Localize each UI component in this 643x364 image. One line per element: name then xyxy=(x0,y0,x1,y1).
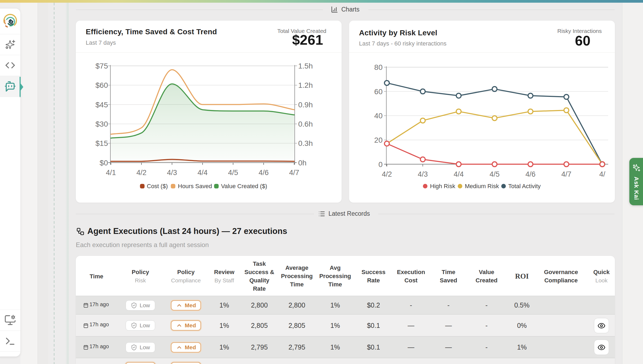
svg-text:1.2h: 1.2h xyxy=(298,81,313,89)
svg-text:80: 80 xyxy=(374,63,383,71)
svg-text:60: 60 xyxy=(374,88,383,96)
svg-text:0h: 0h xyxy=(298,159,306,167)
svg-text:20: 20 xyxy=(374,136,383,144)
svg-text:$75: $75 xyxy=(95,62,108,70)
svg-text:$30: $30 xyxy=(95,120,108,128)
svg-text:4/2: 4/2 xyxy=(382,170,392,178)
svg-text:4/6: 4/6 xyxy=(525,170,536,178)
svg-text:0.6h: 0.6h xyxy=(298,120,313,128)
svg-text:$60: $60 xyxy=(95,81,108,89)
svg-text:0.3h: 0.3h xyxy=(298,139,313,147)
svg-text:4/3: 4/3 xyxy=(167,169,177,177)
svg-text:4/: 4/ xyxy=(599,170,605,178)
svg-text:Medium Risk: Medium Risk xyxy=(465,183,499,189)
svg-text:4/7: 4/7 xyxy=(289,169,299,177)
svg-text:0: 0 xyxy=(378,160,383,169)
svg-text:Hours Saved: Hours Saved xyxy=(178,183,212,189)
svg-text:4/7: 4/7 xyxy=(561,170,571,178)
svg-text:4/1: 4/1 xyxy=(106,169,116,177)
svg-text:1.5h: 1.5h xyxy=(298,62,313,70)
svg-text:4/2: 4/2 xyxy=(136,169,147,177)
svg-text:4/5: 4/5 xyxy=(228,169,238,177)
svg-text:$0: $0 xyxy=(100,159,108,167)
svg-text:4/6: 4/6 xyxy=(259,169,269,177)
svg-text:4/4: 4/4 xyxy=(454,170,464,178)
svg-text:High Risk: High Risk xyxy=(430,183,455,189)
svg-text:$15: $15 xyxy=(95,139,108,147)
svg-text:Cost ($): Cost ($) xyxy=(147,183,168,189)
svg-text:4/5: 4/5 xyxy=(489,170,500,178)
svg-text:Value Created ($): Value Created ($) xyxy=(221,183,267,189)
svg-text:4/3: 4/3 xyxy=(418,170,428,178)
svg-text:Total Activity: Total Activity xyxy=(508,183,541,189)
svg-text:40: 40 xyxy=(374,112,383,120)
svg-text:4/4: 4/4 xyxy=(197,169,208,177)
svg-text:$45: $45 xyxy=(95,101,108,109)
svg-text:0.9h: 0.9h xyxy=(298,101,313,109)
